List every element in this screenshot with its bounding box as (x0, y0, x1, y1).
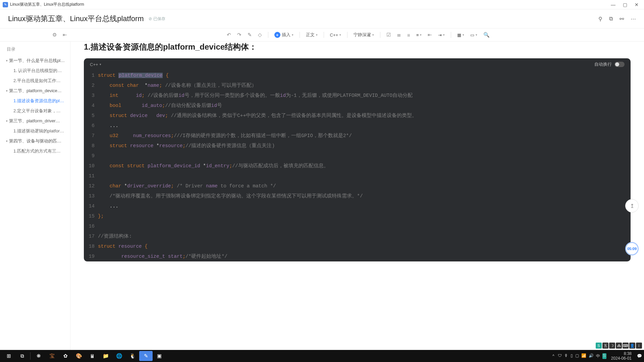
code-lines[interactable]: struct platform_device { const char *nam… (98, 70, 631, 261)
code-block: C++ ▾ 自动换行 12345678910111213141516171819… (84, 58, 631, 261)
insert-button[interactable]: +插入▾ (273, 31, 295, 39)
maximize-button[interactable]: ▢ (623, 2, 627, 7)
doc-title: Linux驱动第五章、Linux平台总线platform (8, 14, 144, 24)
code-lang-select[interactable]: C++ ▾ (90, 62, 101, 67)
redo-icon[interactable]: ↷ (236, 31, 243, 39)
wrap-label: 自动换行 (594, 61, 612, 67)
lang-select[interactable]: C++▾ (329, 32, 343, 38)
toc-item-active[interactable]: 1.描述设备资源信息的pl… (0, 96, 70, 106)
recording-badge[interactable]: 05:09 (625, 242, 639, 255)
wrap-toggle[interactable] (614, 62, 625, 67)
outline-settings-icon[interactable]: ⚙ (51, 31, 58, 39)
window-title: Linux驱动第五章、Linux平台总线platform (10, 2, 611, 7)
checkbox-icon[interactable]: ☑ (385, 31, 392, 39)
indent-select[interactable]: ⇥▾ (437, 32, 446, 38)
outline-title: 目录 (7, 46, 64, 52)
toc-section-4[interactable]: ▾第四节、设备与驱动的匹… (0, 136, 70, 146)
search-icon[interactable]: 🔍 (482, 31, 491, 39)
line-gutter: 12345678910111213141516171819 (84, 70, 98, 261)
block-select[interactable]: ▭▾ (469, 32, 479, 38)
clear-format-icon[interactable]: ◇ (257, 31, 263, 39)
titlebar: Linux驱动第五章、Linux平台总线platform — ▢ ✕ (0, 0, 644, 9)
branch-icon[interactable]: ⚯ (620, 16, 624, 22)
toc-section-1[interactable]: ▾第一节、什么是平台总线pl… (0, 56, 70, 66)
format-paint-icon[interactable]: ✎ (246, 31, 253, 39)
style-select[interactable]: 正文▾ (305, 31, 319, 39)
outline-sidebar: 目录 ▾第一节、什么是平台总线pl… 1. 认识平台总线模型的… 2.平台总线是… (0, 42, 70, 350)
align-select[interactable]: ≡▾ (415, 32, 423, 38)
back-to-top-button[interactable]: ↥ (625, 199, 639, 213)
bullet-list-icon[interactable]: ≣ (395, 31, 402, 39)
collapse-sidebar-icon[interactable]: ⇤ (61, 31, 68, 39)
undo-icon[interactable]: ↶ (225, 31, 232, 39)
save-status: ⊘ 已保存 (149, 16, 165, 22)
check-icon: ⊘ (149, 16, 152, 21)
close-button[interactable]: ✕ (635, 2, 639, 7)
toolbar: ⚙ ⇤ ↶ ↷ ✎ ◇ +插入▾ 正文▾ C++▾ 宁静深邃▾ ☑ ≣ ≡ ≡▾… (0, 28, 644, 42)
number-list-icon[interactable]: ≡ (406, 31, 412, 39)
share-icon[interactable]: ⚲ (598, 16, 602, 22)
present-icon[interactable]: ⧉ (609, 16, 613, 22)
highlight-select[interactable]: ▦▾ (456, 32, 466, 38)
toc-item[interactable]: 1. 认识平台总线模型的… (0, 66, 70, 76)
toc-item[interactable]: 2.平台总线是如何工作… (0, 76, 70, 86)
toc-section-2[interactable]: ▾第二节、platform_device… (0, 86, 70, 96)
section-title: 1.描述设备资源信息的platform_device结构体： (84, 42, 631, 52)
ime-floating-bar[interactable]: S 五 ☽ ⁂ ⌨ 👤 ⁞ (596, 343, 642, 349)
toc-item[interactable]: 2.定义平台设备对象，… (0, 106, 70, 116)
main-content: 1.描述设备资源信息的platform_device结构体： C++ ▾ 自动换… (70, 42, 644, 350)
more-icon[interactable]: ⋯ (631, 16, 636, 22)
toc-item[interactable]: 1.匹配方式的方式有三… (0, 146, 70, 156)
app-icon (3, 2, 8, 7)
toc-item[interactable]: 1.描述驱动逻辑的platfor… (0, 126, 70, 136)
theme-select[interactable]: 宁静深邃▾ (352, 31, 375, 39)
doc-header: Linux驱动第五章、Linux平台总线platform ⊘ 已保存 ⚲ ⧉ ⚯… (0, 9, 644, 28)
minimize-button[interactable]: — (611, 2, 615, 7)
code-body[interactable]: 12345678910111213141516171819 struct pla… (84, 70, 631, 261)
toc-section-3[interactable]: ▾第三节、platform_driver… (0, 116, 70, 126)
outdent-icon[interactable]: ⇤ (426, 31, 433, 39)
